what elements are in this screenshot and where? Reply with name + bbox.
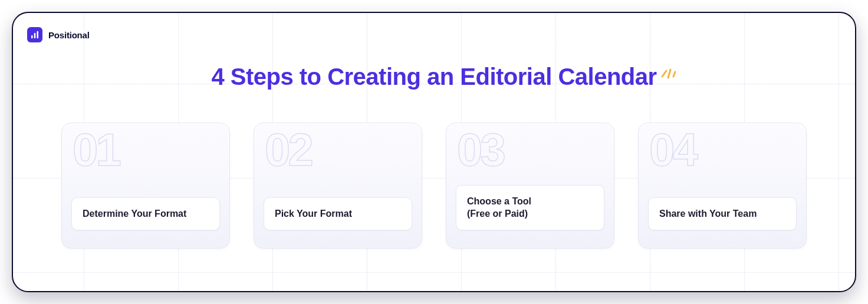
step-number: 01 [73, 127, 119, 173]
brand-logo-icon [27, 27, 42, 42]
page-title: 4 Steps to Creating an Editorial Calenda… [211, 64, 656, 90]
step-card-1: 01 Determine Your Format [61, 123, 230, 249]
step-label-pill: Pick Your Format [264, 197, 412, 230]
step-label: Determine Your Format [83, 207, 186, 220]
step-label-pill: Choose a Tool (Free or Paid) [456, 185, 604, 230]
svg-rect-2 [37, 31, 39, 38]
infographic-frame: Positional 4 Steps to Creating an Editor… [12, 12, 856, 292]
step-label-pill: Share with Your Team [648, 197, 797, 230]
step-card-4: 04 Share with Your Team [638, 123, 807, 249]
sparkle-icon [660, 58, 677, 84]
step-label-pill: Determine Your Format [71, 197, 220, 230]
svg-rect-0 [31, 35, 33, 38]
step-label: Choose a Tool (Free or Paid) [467, 195, 531, 220]
step-card-2: 02 Pick Your Format [254, 123, 422, 249]
step-number: 03 [457, 127, 504, 173]
step-number: 04 [649, 127, 696, 173]
step-number: 02 [265, 127, 311, 173]
step-card-3: 03 Choose a Tool (Free or Paid) [446, 123, 614, 249]
brand-name: Positional [48, 30, 90, 40]
svg-rect-1 [34, 33, 36, 38]
title-wrap: 4 Steps to Creating an Editorial Calenda… [13, 64, 855, 90]
brand: Positional [27, 27, 90, 42]
page-title-text: 4 Steps to Creating an Editorial Calenda… [211, 64, 656, 90]
step-label: Share with Your Team [659, 207, 757, 220]
steps-row: 01 Determine Your Format 02 Pick Your Fo… [13, 123, 855, 249]
step-label: Pick Your Format [275, 207, 352, 220]
